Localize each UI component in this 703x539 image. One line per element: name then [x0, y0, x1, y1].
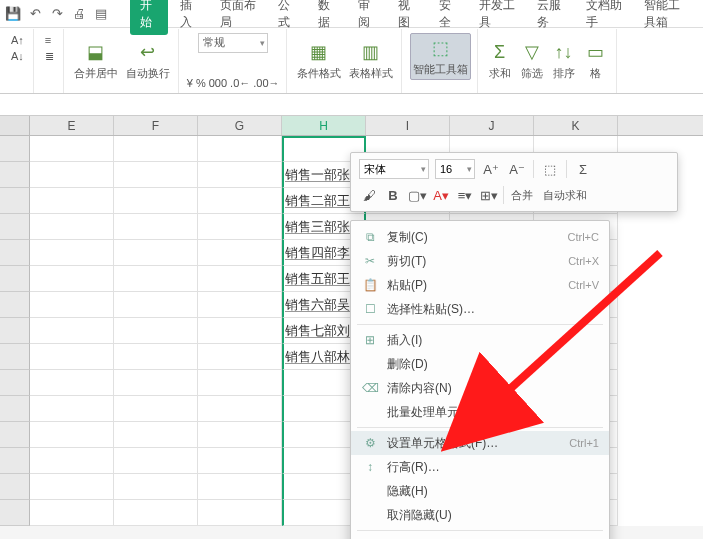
cell[interactable]: [30, 344, 114, 370]
cell[interactable]: [114, 318, 198, 344]
context-menu-item[interactable]: ☐选择性粘贴(S)…: [351, 297, 609, 321]
sort-button[interactable]: ↑↓ 排序: [550, 38, 578, 83]
row-header[interactable]: [0, 370, 30, 396]
col-header[interactable]: G: [198, 116, 282, 135]
row-header[interactable]: [0, 240, 30, 266]
currency-icon[interactable]: ¥: [187, 77, 193, 89]
cell[interactable]: [114, 344, 198, 370]
row-header[interactable]: [0, 318, 30, 344]
merge-center-button[interactable]: ⬓ 合并居中: [72, 38, 120, 83]
cell[interactable]: [30, 474, 114, 500]
filter-button[interactable]: ▽ 筛选: [518, 38, 546, 83]
cell[interactable]: [114, 266, 198, 292]
row-header[interactable]: [0, 422, 30, 448]
cell[interactable]: [114, 214, 198, 240]
context-menu-item[interactable]: 隐藏(H): [351, 479, 609, 503]
font-size-select[interactable]: 16: [435, 159, 475, 179]
formula-bar[interactable]: [0, 94, 703, 116]
context-menu-item[interactable]: ⚙设置单元格格式(F)…Ctrl+1: [351, 431, 609, 455]
redo-icon[interactable]: ↷: [48, 5, 66, 23]
cell[interactable]: [30, 370, 114, 396]
select-all-corner[interactable]: [0, 116, 30, 135]
tab-smart-tools[interactable]: 智能工具箱: [634, 0, 699, 35]
number-format-select[interactable]: 常规: [198, 33, 268, 53]
context-menu-item[interactable]: ✂剪切(T)Ctrl+X: [351, 249, 609, 273]
align-icon[interactable]: ≡▾: [455, 185, 475, 205]
context-menu-item[interactable]: 批量处理单元格(P): [351, 400, 609, 424]
cell[interactable]: [198, 292, 282, 318]
cell[interactable]: [198, 500, 282, 526]
merge-quick-button[interactable]: 合并: [508, 188, 536, 203]
cell[interactable]: [114, 500, 198, 526]
conditional-format-button[interactable]: ▦ 条件格式: [295, 38, 343, 83]
cell[interactable]: [198, 162, 282, 188]
preview-icon[interactable]: ▤: [92, 5, 110, 23]
context-menu-item[interactable]: ⊞插入(I): [351, 328, 609, 352]
percent-icon[interactable]: %: [196, 77, 206, 89]
cell[interactable]: [30, 396, 114, 422]
cell[interactable]: [30, 188, 114, 214]
cell[interactable]: [198, 266, 282, 292]
row-header[interactable]: [0, 500, 30, 526]
cell[interactable]: [114, 448, 198, 474]
cell[interactable]: [198, 344, 282, 370]
cell[interactable]: [198, 396, 282, 422]
cell[interactable]: [198, 136, 282, 162]
cell[interactable]: [30, 266, 114, 292]
row-header[interactable]: [0, 474, 30, 500]
font-family-select[interactable]: 宋体: [359, 159, 429, 179]
col-header[interactable]: K: [534, 116, 618, 135]
row-header[interactable]: [0, 448, 30, 474]
cell[interactable]: [30, 214, 114, 240]
smart-toolbox-button[interactable]: ⬚ 智能工具箱: [410, 33, 471, 80]
col-header[interactable]: I: [366, 116, 450, 135]
cell[interactable]: [30, 136, 114, 162]
print-icon[interactable]: 🖨: [70, 5, 88, 23]
border-icon[interactable]: ⊞▾: [479, 185, 499, 205]
undo-icon[interactable]: ↶: [26, 5, 44, 23]
format-paint-icon[interactable]: 🖌: [359, 185, 379, 205]
cell[interactable]: [114, 162, 198, 188]
cell[interactable]: [198, 188, 282, 214]
col-header[interactable]: E: [30, 116, 114, 135]
context-menu-item[interactable]: ⌫清除内容(N): [351, 376, 609, 400]
sum-quick-icon[interactable]: Σ: [573, 159, 593, 179]
cell[interactable]: [30, 422, 114, 448]
col-header[interactable]: F: [114, 116, 198, 135]
bold-icon[interactable]: B: [383, 185, 403, 205]
cell[interactable]: [114, 422, 198, 448]
autosum-quick-button[interactable]: 自动求和: [540, 188, 590, 203]
context-menu-item[interactable]: 删除(D): [351, 352, 609, 376]
context-menu-item[interactable]: ⧉复制(C)Ctrl+C: [351, 225, 609, 249]
cell[interactable]: [198, 318, 282, 344]
cell[interactable]: [30, 162, 114, 188]
row-header[interactable]: [0, 162, 30, 188]
row-header[interactable]: [0, 136, 30, 162]
thousands-icon[interactable]: 000: [209, 77, 227, 89]
decimal-dec-icon[interactable]: .00→: [253, 77, 279, 89]
col-header-selected[interactable]: H: [282, 116, 366, 135]
font-decrease-icon[interactable]: A↓: [8, 49, 27, 63]
row-header[interactable]: [0, 188, 30, 214]
wrap-text-button[interactable]: ↩ 自动换行: [124, 38, 172, 83]
font-increase-icon[interactable]: A↑: [8, 33, 27, 47]
decrease-font-icon[interactable]: A⁻: [507, 159, 527, 179]
table-style-button[interactable]: ▥ 表格样式: [347, 38, 395, 83]
cell[interactable]: [114, 188, 198, 214]
context-menu-item[interactable]: 筛选列(L)▶: [351, 534, 609, 539]
save-icon[interactable]: 💾: [4, 5, 22, 23]
cell[interactable]: [30, 318, 114, 344]
context-menu-item[interactable]: 取消隐藏(U): [351, 503, 609, 527]
context-menu-item[interactable]: 📋粘贴(P)Ctrl+V: [351, 273, 609, 297]
row-header[interactable]: [0, 292, 30, 318]
context-menu-item[interactable]: ↕行高(R)…: [351, 455, 609, 479]
cell[interactable]: [114, 370, 198, 396]
increase-font-icon[interactable]: A⁺: [481, 159, 501, 179]
cell[interactable]: [114, 240, 198, 266]
sum-button[interactable]: Σ 求和: [486, 38, 514, 83]
font-color-icon[interactable]: A▾: [431, 185, 451, 205]
cell[interactable]: [114, 396, 198, 422]
row-header[interactable]: [0, 344, 30, 370]
cell[interactable]: [198, 474, 282, 500]
cell[interactable]: [30, 292, 114, 318]
